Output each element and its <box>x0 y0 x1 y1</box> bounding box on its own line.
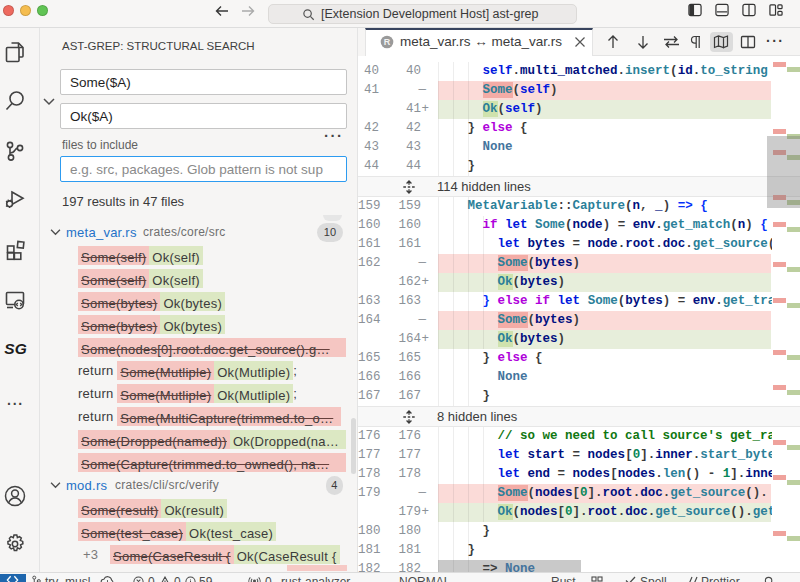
svg-text:R: R <box>384 37 391 47</box>
